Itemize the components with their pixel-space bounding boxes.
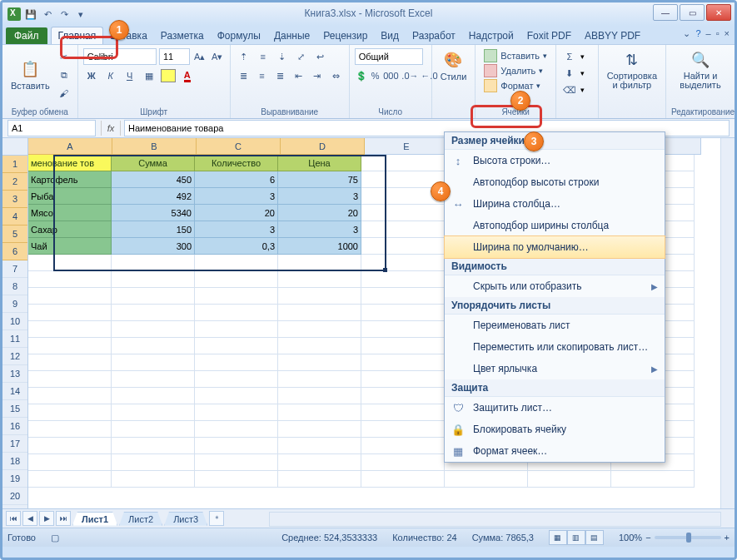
column-header[interactable]: D bbox=[281, 138, 365, 155]
view-normal-button[interactable]: ▦ bbox=[549, 530, 567, 545]
cell[interactable] bbox=[361, 454, 445, 471]
cell[interactable] bbox=[361, 255, 445, 271]
cell[interactable] bbox=[361, 321, 445, 338]
cell[interactable] bbox=[361, 438, 445, 454]
menu-autofit-column-width[interactable]: Автоподбор ширины столбца bbox=[445, 215, 665, 236]
close-button[interactable]: ✕ bbox=[706, 4, 731, 21]
row-header[interactable]: 20 bbox=[2, 488, 27, 505]
cell[interactable] bbox=[195, 454, 278, 471]
row-header[interactable]: 9 bbox=[2, 295, 27, 313]
name-box[interactable]: A1 bbox=[7, 120, 96, 136]
find-select-button[interactable]: 🔍 Найти и выделить bbox=[671, 48, 730, 92]
sort-filter-button[interactable]: ⇅ Сортировка и фильтр bbox=[604, 48, 660, 92]
column-header[interactable]: B bbox=[112, 138, 197, 155]
cell[interactable] bbox=[112, 404, 195, 421]
zoom-slider[interactable] bbox=[655, 536, 721, 539]
cell[interactable]: Картофель bbox=[28, 171, 112, 188]
cell[interactable]: 450 bbox=[112, 171, 195, 188]
redo-icon[interactable]: ↷ bbox=[57, 7, 71, 21]
merge-center-icon[interactable]: ⇔ bbox=[328, 67, 344, 84]
cell[interactable] bbox=[195, 255, 278, 271]
row-header[interactable]: 13 bbox=[2, 365, 27, 383]
cell[interactable] bbox=[278, 271, 361, 288]
cell[interactable] bbox=[112, 371, 195, 388]
tab-addins[interactable]: Надстрой bbox=[462, 27, 520, 44]
select-all-corner[interactable] bbox=[2, 138, 27, 156]
align-right-icon[interactable]: ≣ bbox=[272, 67, 288, 84]
autosum-icon[interactable]: Σ bbox=[561, 48, 578, 65]
cell[interactable] bbox=[278, 454, 361, 471]
cell[interactable]: 1000 bbox=[278, 238, 361, 255]
qat-dropdown-icon[interactable]: ▾ bbox=[74, 7, 87, 21]
save-icon[interactable]: 💾 bbox=[24, 7, 37, 21]
cell[interactable] bbox=[112, 305, 195, 321]
row-header[interactable]: 3 bbox=[2, 191, 27, 208]
currency-icon[interactable]: 💲 bbox=[355, 67, 368, 84]
italic-button[interactable]: К bbox=[102, 67, 119, 84]
cell[interactable] bbox=[195, 305, 278, 321]
sheet-tab-1[interactable]: Лист1 bbox=[72, 512, 117, 526]
cell[interactable] bbox=[195, 271, 278, 288]
cell[interactable] bbox=[195, 438, 278, 454]
maximize-button[interactable]: ▭ bbox=[680, 4, 705, 21]
cell[interactable]: 3 bbox=[195, 221, 278, 238]
row-header[interactable]: 10 bbox=[2, 313, 27, 330]
zoom-out-button[interactable]: − bbox=[645, 533, 650, 543]
row-header[interactable]: 14 bbox=[2, 383, 27, 400]
cell[interactable] bbox=[278, 321, 361, 338]
new-sheet-button[interactable]: ＊ bbox=[209, 511, 224, 526]
menu-rename-sheet[interactable]: Переименовать лист bbox=[445, 315, 665, 336]
cell[interactable] bbox=[112, 354, 195, 371]
tab-page-layout[interactable]: Разметка bbox=[154, 27, 211, 44]
cell[interactable] bbox=[112, 271, 195, 288]
row-header[interactable]: 5 bbox=[2, 225, 27, 243]
cell[interactable] bbox=[28, 371, 112, 388]
sheet-tab-3[interactable]: Лист3 bbox=[164, 512, 207, 526]
zoom-in-button[interactable]: + bbox=[725, 533, 730, 543]
cell[interactable]: 300 bbox=[112, 238, 195, 255]
tab-formulas[interactable]: Формулы bbox=[211, 27, 267, 44]
tab-view[interactable]: Вид bbox=[374, 27, 406, 44]
cell[interactable] bbox=[278, 338, 361, 354]
minimize-ribbon-icon[interactable]: ⌄ bbox=[683, 28, 690, 39]
cell[interactable] bbox=[361, 388, 445, 404]
cell[interactable] bbox=[528, 471, 611, 488]
row-header[interactable]: 7 bbox=[2, 260, 27, 278]
increase-indent-icon[interactable]: ⇥ bbox=[309, 67, 325, 84]
row-header[interactable]: 19 bbox=[2, 470, 27, 488]
menu-row-height[interactable]: ↕Высота строки… bbox=[445, 150, 665, 171]
cell[interactable] bbox=[195, 471, 278, 488]
format-painter-icon[interactable]: 🖌 bbox=[56, 85, 72, 102]
copy-icon[interactable]: ⧉ bbox=[56, 67, 72, 83]
cell[interactable] bbox=[278, 471, 361, 488]
tab-review[interactable]: Рецензир bbox=[316, 27, 374, 44]
fill-icon[interactable]: ⬇ bbox=[561, 65, 578, 82]
cell[interactable]: 5340 bbox=[112, 205, 195, 221]
cell[interactable] bbox=[28, 471, 112, 488]
doc-close-icon[interactable]: × bbox=[725, 28, 730, 39]
increase-decimal-icon[interactable]: .0→ bbox=[401, 67, 418, 84]
column-header[interactable]: C bbox=[197, 138, 281, 155]
cell[interactable] bbox=[278, 288, 361, 305]
cell[interactable] bbox=[112, 288, 195, 305]
clear-icon[interactable]: ⌫ bbox=[561, 82, 578, 98]
cell[interactable] bbox=[611, 471, 695, 488]
tab-abbyy-pdf[interactable]: ABBYY PDF bbox=[578, 27, 647, 44]
cell[interactable] bbox=[278, 255, 361, 271]
cell[interactable]: 20 bbox=[278, 205, 361, 221]
row-header[interactable]: 1 bbox=[2, 156, 27, 173]
zoom-level[interactable]: 100% bbox=[619, 533, 642, 543]
row-header[interactable]: 12 bbox=[2, 348, 27, 365]
status-record-macro-icon[interactable]: ▢ bbox=[51, 533, 59, 543]
cell[interactable] bbox=[195, 404, 278, 421]
cell[interactable]: менование тов bbox=[28, 155, 112, 171]
cell[interactable] bbox=[361, 305, 445, 321]
cell[interactable]: 150 bbox=[112, 221, 195, 238]
cell[interactable] bbox=[112, 454, 195, 471]
align-top-icon[interactable]: ⇡ bbox=[236, 48, 252, 65]
font-name-select[interactable]: Calibri bbox=[83, 48, 157, 65]
cell[interactable] bbox=[361, 471, 445, 488]
tab-file[interactable]: Файл bbox=[6, 27, 47, 44]
cell[interactable] bbox=[28, 338, 112, 354]
cell[interactable]: 3 bbox=[278, 188, 361, 205]
